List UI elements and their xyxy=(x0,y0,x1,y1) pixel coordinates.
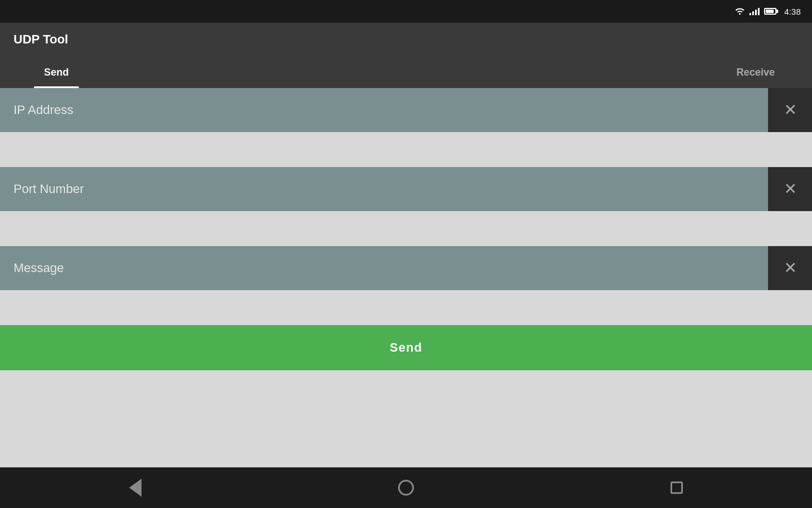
content-spacer xyxy=(0,370,812,467)
message-field-container: Message ✕ xyxy=(0,246,812,325)
send-button-label: Send xyxy=(390,340,422,355)
recent-icon xyxy=(670,481,683,494)
ip-address-clear-icon: ✕ xyxy=(784,102,797,118)
port-number-field-container: Port Number ✕ xyxy=(0,167,812,246)
message-input-row[interactable] xyxy=(0,290,812,325)
ip-address-field-container: IP Address ✕ xyxy=(0,88,812,167)
wifi-icon xyxy=(735,7,745,16)
ip-address-label: IP Address xyxy=(14,103,73,117)
nav-home-button[interactable] xyxy=(386,467,426,508)
navigation-bar xyxy=(0,467,812,508)
main-content: IP Address ✕ Port Number ✕ Message ✕ Sen… xyxy=(0,88,812,467)
message-clear-button[interactable]: ✕ xyxy=(768,246,812,290)
ip-address-label-row: IP Address ✕ xyxy=(0,88,812,132)
send-button[interactable]: Send xyxy=(0,325,812,370)
port-number-input-row[interactable] xyxy=(0,211,812,246)
tab-send[interactable]: Send xyxy=(0,56,113,88)
tab-bar: Send Receive xyxy=(0,56,812,88)
ip-address-clear-button[interactable]: ✕ xyxy=(768,88,812,132)
port-number-clear-button[interactable]: ✕ xyxy=(768,167,812,211)
message-label: Message xyxy=(14,261,64,275)
app-title: UDP Tool xyxy=(14,32,68,47)
battery-icon xyxy=(764,8,776,15)
nav-back-button[interactable] xyxy=(115,467,156,508)
back-icon xyxy=(129,479,142,497)
app-bar: UDP Tool xyxy=(0,23,812,56)
nav-recent-button[interactable] xyxy=(656,467,697,508)
port-number-label-row: Port Number ✕ xyxy=(0,167,812,211)
port-number-clear-icon: ✕ xyxy=(784,181,797,197)
status-bar: 4:38 xyxy=(0,0,812,23)
port-number-label: Port Number xyxy=(14,182,84,196)
signal-icon xyxy=(749,7,760,15)
home-icon xyxy=(398,480,414,496)
status-time: 4:38 xyxy=(784,7,801,16)
tab-receive[interactable]: Receive xyxy=(699,56,812,88)
status-icons: 4:38 xyxy=(735,7,801,16)
message-clear-icon: ✕ xyxy=(784,260,797,276)
message-label-row: Message ✕ xyxy=(0,246,812,290)
ip-address-input-row[interactable] xyxy=(0,132,812,167)
